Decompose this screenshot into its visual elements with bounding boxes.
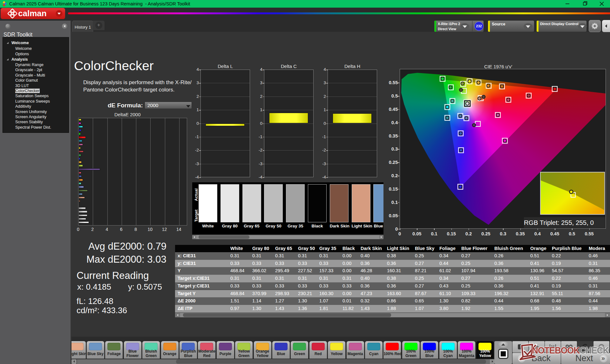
svg-text:calman: calman (18, 9, 47, 18)
